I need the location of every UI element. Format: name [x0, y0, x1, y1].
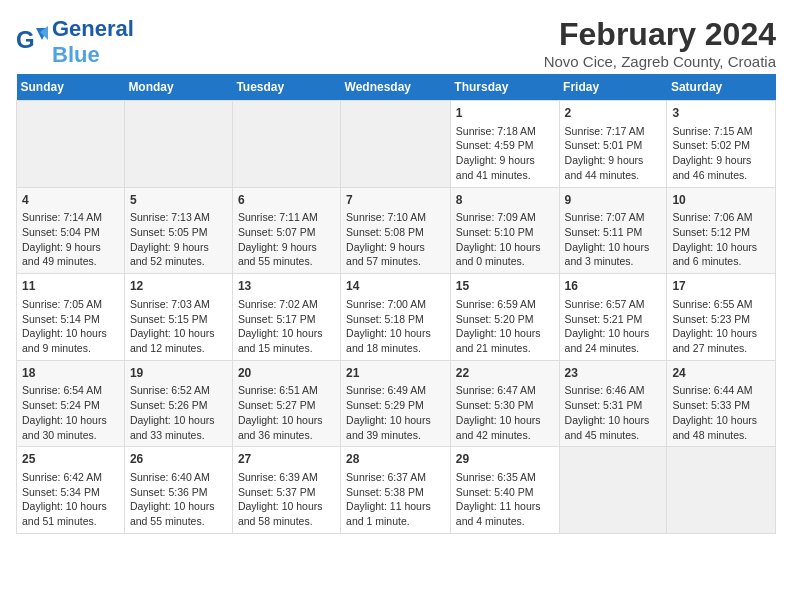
- day-number: 27: [238, 451, 335, 468]
- cell-content-line: Sunset: 5:26 PM: [130, 399, 208, 411]
- cell-content-line: Sunrise: 6:46 AM: [565, 384, 645, 396]
- cell-content-line: Daylight: 9 hours: [130, 241, 209, 253]
- day-number: 16: [565, 278, 662, 295]
- day-number: 15: [456, 278, 554, 295]
- day-number: 10: [672, 192, 770, 209]
- calendar-body: 1Sunrise: 7:18 AMSunset: 4:59 PMDaylight…: [17, 101, 776, 534]
- cell-content-line: Daylight: 10 hours: [346, 414, 431, 426]
- cell-content-line: and 49 minutes.: [22, 255, 97, 267]
- cell-content-line: Daylight: 10 hours: [672, 327, 757, 339]
- calendar-cell: 13Sunrise: 7:02 AMSunset: 5:17 PMDayligh…: [232, 274, 340, 361]
- calendar-header: Sunday Monday Tuesday Wednesday Thursday…: [17, 74, 776, 101]
- cell-content-line: Sunrise: 6:42 AM: [22, 471, 102, 483]
- cell-content-line: Sunset: 5:31 PM: [565, 399, 643, 411]
- calendar-cell: 12Sunrise: 7:03 AMSunset: 5:15 PMDayligh…: [124, 274, 232, 361]
- cell-content-line: Sunrise: 7:10 AM: [346, 211, 426, 223]
- cell-content-line: Sunset: 5:30 PM: [456, 399, 534, 411]
- calendar-cell: 17Sunrise: 6:55 AMSunset: 5:23 PMDayligh…: [667, 274, 776, 361]
- calendar-cell: 29Sunrise: 6:35 AMSunset: 5:40 PMDayligh…: [450, 447, 559, 534]
- calendar-cell: 27Sunrise: 6:39 AMSunset: 5:37 PMDayligh…: [232, 447, 340, 534]
- cell-content-line: Daylight: 10 hours: [22, 327, 107, 339]
- calendar-cell: 20Sunrise: 6:51 AMSunset: 5:27 PMDayligh…: [232, 360, 340, 447]
- calendar-cell: 26Sunrise: 6:40 AMSunset: 5:36 PMDayligh…: [124, 447, 232, 534]
- cell-content-line: and 46 minutes.: [672, 169, 747, 181]
- cell-content-line: Sunset: 5:18 PM: [346, 313, 424, 325]
- cell-content-line: Sunrise: 7:07 AM: [565, 211, 645, 223]
- cell-content-line: Sunset: 5:12 PM: [672, 226, 750, 238]
- calendar-cell: [559, 447, 667, 534]
- calendar-cell: 1Sunrise: 7:18 AMSunset: 4:59 PMDaylight…: [450, 101, 559, 188]
- cell-content-line: Sunrise: 6:40 AM: [130, 471, 210, 483]
- cell-content-line: Daylight: 10 hours: [238, 500, 323, 512]
- cell-content-line: Daylight: 9 hours: [346, 241, 425, 253]
- calendar-cell: 21Sunrise: 6:49 AMSunset: 5:29 PMDayligh…: [341, 360, 451, 447]
- cell-content-line: and 51 minutes.: [22, 515, 97, 527]
- cell-content-line: and 21 minutes.: [456, 342, 531, 354]
- week-row-4: 18Sunrise: 6:54 AMSunset: 5:24 PMDayligh…: [17, 360, 776, 447]
- cell-content-line: Daylight: 10 hours: [130, 500, 215, 512]
- cell-content-line: Sunrise: 6:44 AM: [672, 384, 752, 396]
- cell-content-line: Daylight: 10 hours: [130, 414, 215, 426]
- cell-content-line: Sunset: 5:01 PM: [565, 139, 643, 151]
- cell-content-line: Sunset: 5:05 PM: [130, 226, 208, 238]
- calendar-cell: 7Sunrise: 7:10 AMSunset: 5:08 PMDaylight…: [341, 187, 451, 274]
- day-number: 22: [456, 365, 554, 382]
- header: G General Blue February 2024 Novo Cice, …: [16, 16, 776, 70]
- calendar-cell: [341, 101, 451, 188]
- cell-content-line: Sunrise: 7:09 AM: [456, 211, 536, 223]
- day-number: 3: [672, 105, 770, 122]
- cell-content-line: and 52 minutes.: [130, 255, 205, 267]
- page-container: G General Blue February 2024 Novo Cice, …: [16, 16, 776, 534]
- cell-content-line: Sunset: 5:07 PM: [238, 226, 316, 238]
- cell-content-line: Sunrise: 6:57 AM: [565, 298, 645, 310]
- cell-content-line: and 30 minutes.: [22, 429, 97, 441]
- cell-content-line: Sunrise: 7:00 AM: [346, 298, 426, 310]
- cell-content-line: and 4 minutes.: [456, 515, 525, 527]
- cell-content-line: Sunset: 4:59 PM: [456, 139, 534, 151]
- cell-content-line: Sunset: 5:14 PM: [22, 313, 100, 325]
- cell-content-line: Sunset: 5:20 PM: [456, 313, 534, 325]
- day-number: 29: [456, 451, 554, 468]
- cell-content-line: Sunrise: 7:11 AM: [238, 211, 318, 223]
- cell-content-line: Daylight: 11 hours: [456, 500, 541, 512]
- logo-icon: G: [16, 24, 48, 60]
- day-number: 18: [22, 365, 119, 382]
- title-block: February 2024 Novo Cice, Zagreb County, …: [544, 16, 776, 70]
- calendar-cell: [124, 101, 232, 188]
- day-number: 2: [565, 105, 662, 122]
- cell-content-line: Daylight: 10 hours: [238, 327, 323, 339]
- cell-content-line: Daylight: 10 hours: [456, 327, 541, 339]
- svg-text:G: G: [16, 26, 35, 53]
- cell-content-line: Daylight: 10 hours: [565, 327, 650, 339]
- header-row: Sunday Monday Tuesday Wednesday Thursday…: [17, 74, 776, 101]
- cell-content-line: Sunrise: 6:37 AM: [346, 471, 426, 483]
- cell-content-line: Sunset: 5:17 PM: [238, 313, 316, 325]
- day-number: 28: [346, 451, 445, 468]
- calendar-cell: 15Sunrise: 6:59 AMSunset: 5:20 PMDayligh…: [450, 274, 559, 361]
- cell-content-line: and 9 minutes.: [22, 342, 91, 354]
- cell-content-line: and 48 minutes.: [672, 429, 747, 441]
- day-number: 26: [130, 451, 227, 468]
- day-number: 23: [565, 365, 662, 382]
- calendar-cell: 5Sunrise: 7:13 AMSunset: 5:05 PMDaylight…: [124, 187, 232, 274]
- day-number: 9: [565, 192, 662, 209]
- cell-content-line: and 39 minutes.: [346, 429, 421, 441]
- cell-content-line: and 1 minute.: [346, 515, 410, 527]
- cell-content-line: Sunrise: 7:02 AM: [238, 298, 318, 310]
- week-row-3: 11Sunrise: 7:05 AMSunset: 5:14 PMDayligh…: [17, 274, 776, 361]
- cell-content-line: Sunset: 5:40 PM: [456, 486, 534, 498]
- subtitle: Novo Cice, Zagreb County, Croatia: [544, 53, 776, 70]
- cell-content-line: Sunrise: 7:18 AM: [456, 125, 536, 137]
- cell-content-line: Daylight: 10 hours: [238, 414, 323, 426]
- cell-content-line: Daylight: 10 hours: [456, 414, 541, 426]
- cell-content-line: and 42 minutes.: [456, 429, 531, 441]
- cell-content-line: and 36 minutes.: [238, 429, 313, 441]
- cell-content-line: Sunrise: 7:05 AM: [22, 298, 102, 310]
- cell-content-line: and 33 minutes.: [130, 429, 205, 441]
- col-monday: Monday: [124, 74, 232, 101]
- cell-content-line: and 58 minutes.: [238, 515, 313, 527]
- calendar-cell: 22Sunrise: 6:47 AMSunset: 5:30 PMDayligh…: [450, 360, 559, 447]
- cell-content-line: and 0 minutes.: [456, 255, 525, 267]
- cell-content-line: Daylight: 9 hours: [672, 154, 751, 166]
- cell-content-line: Daylight: 9 hours: [22, 241, 101, 253]
